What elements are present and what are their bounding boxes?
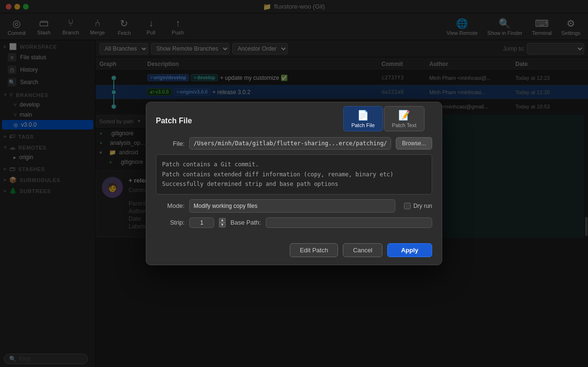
patch-text-tab-icon: 📝 xyxy=(398,109,410,121)
modal-file-row: File: Browse... xyxy=(156,137,432,150)
modal-title: Patch File xyxy=(156,117,192,125)
modal-header: Patch File 📄 Patch File 📝 Patch Text xyxy=(146,102,442,131)
modal-footer: Edit Patch Cancel Apply xyxy=(146,238,442,265)
file-label: File: xyxy=(156,140,185,147)
modal-body: File: Browse... Patch contains a Git com… xyxy=(146,131,442,238)
info-line-2: Patch contains extended diff information… xyxy=(162,170,426,179)
modal-mode-row: Mode: Modify working copy files Dry run xyxy=(156,199,432,213)
mode-select[interactable]: Modify working copy files xyxy=(189,199,395,213)
cancel-button[interactable]: Cancel xyxy=(343,243,382,257)
tab-patch-text[interactable]: 📝 Patch Text xyxy=(384,106,425,131)
info-line-1: Patch contains a Git commit. xyxy=(162,160,426,169)
spin-down-button[interactable]: ▼ xyxy=(219,223,226,227)
dry-run-checkbox[interactable] xyxy=(404,203,411,209)
tab-patch-file[interactable]: 📄 Patch File xyxy=(343,106,383,131)
modal-overlay: Patch File 📄 Patch File 📝 Patch Text Fil… xyxy=(0,0,588,367)
dry-run-label: Dry run xyxy=(414,203,432,209)
modal-tabs: 📄 Patch File 📝 Patch Text xyxy=(343,106,425,131)
strip-label: Strip: xyxy=(156,219,185,226)
info-line-3: Successfully determined strip and base p… xyxy=(162,179,426,189)
file-input[interactable] xyxy=(189,137,391,150)
strip-spinners: ▲ ▼ xyxy=(219,218,226,227)
patch-file-tab-icon: 📄 xyxy=(357,109,369,121)
modal-strip-row: Strip: ▲ ▼ Base Path: xyxy=(156,217,432,228)
edit-patch-button[interactable]: Edit Patch xyxy=(290,243,338,257)
dry-run-row: Dry run xyxy=(404,203,432,209)
spin-up-button[interactable]: ▲ xyxy=(219,218,226,223)
base-path-input[interactable] xyxy=(266,217,432,228)
patch-info-box: Patch contains a Git commit. Patch conta… xyxy=(156,154,432,194)
browse-button[interactable]: Browse... xyxy=(396,137,432,150)
strip-input[interactable] xyxy=(189,217,214,228)
mode-label: Mode: xyxy=(156,202,185,209)
apply-button[interactable]: Apply xyxy=(387,243,432,257)
patch-file-modal: Patch File 📄 Patch File 📝 Patch Text Fil… xyxy=(146,102,442,265)
base-path-label: Base Path: xyxy=(230,219,261,226)
